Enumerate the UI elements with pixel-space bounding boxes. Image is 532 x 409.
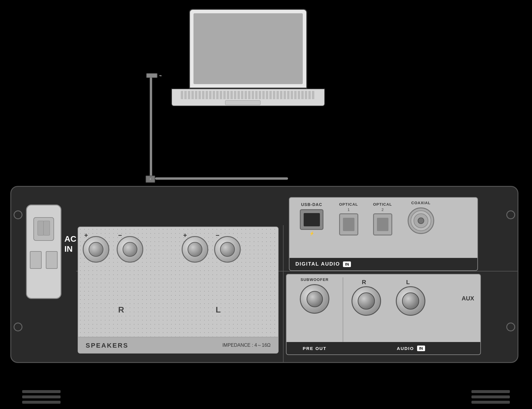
- speaker-r-label: R: [118, 305, 124, 315]
- stripe-line-r-2: [471, 395, 510, 398]
- optical1-area: OPTICAL 1: [334, 202, 363, 235]
- amp-divider-vertical: [283, 225, 284, 362]
- optical1-port: [339, 213, 358, 235]
- usb-cable-vertical: [150, 77, 152, 178]
- stripe-lines-right: [471, 390, 510, 404]
- mount-circle-left-bottom: [14, 323, 22, 331]
- speaker-dotted-bg: + − R + −: [78, 227, 279, 337]
- usb-dac-symbol: ⚡: [294, 231, 329, 236]
- pre-out-text: PRE OUT: [303, 346, 327, 351]
- terminal-plus-l-label: +: [183, 232, 187, 239]
- audio-text: AUDIO: [397, 346, 414, 351]
- usb-plug-bottom: ⚡: [146, 176, 155, 183]
- mount-circle-left-top: [14, 210, 22, 219]
- optical2-port: [373, 213, 392, 235]
- terminal-minus-l-label: −: [216, 232, 219, 239]
- usb-plug-body: [146, 73, 157, 78]
- ac-inlet: [26, 204, 61, 299]
- r-rca-knob-inner: [358, 292, 375, 310]
- scene: ⌁ ⚡: [0, 0, 532, 409]
- stripe-line-r-3: [471, 401, 510, 404]
- digital-audio-text: DIGITAL AUDIO: [295, 261, 340, 267]
- coaxial-label: COAXIAL: [402, 201, 440, 205]
- terminal-minus-r-inner: [123, 242, 137, 257]
- optical1-label: OPTICAL: [334, 202, 363, 207]
- laptop-screen-outer: [189, 9, 307, 89]
- ac-prong-bottom-right: [46, 251, 58, 269]
- optical2-label: OPTICAL: [368, 202, 397, 207]
- optical2-port-inner: [377, 218, 388, 231]
- digital-audio-section: USB-DAC ⚡ OPTICAL 1 OPTICAL 2: [289, 197, 478, 271]
- subwoofer-knob: [300, 284, 329, 314]
- usb-symbol-top: ⌁: [159, 72, 162, 78]
- optical2-area: OPTICAL 2: [368, 202, 397, 235]
- coaxial-ring1: [411, 210, 431, 231]
- digital-audio-label-bar: DIGITAL AUDIO IN: [289, 258, 477, 270]
- coaxial-center: [418, 217, 424, 224]
- optical2-num: 2: [368, 207, 397, 212]
- subwoofer-area: SUBWOOFER: [289, 277, 340, 314]
- usb-dac-port: [300, 209, 323, 230]
- usb-cable-horizontal: [155, 177, 288, 180]
- usb-dac-label: USB-DAC: [294, 202, 329, 207]
- usb-symbol-bottom: ⚡: [149, 177, 151, 181]
- usb-connector-device: ⚡: [146, 176, 155, 183]
- amplifier-body: AC IN IN + −: [10, 186, 518, 363]
- terminal-plus-l-inner: [188, 242, 202, 257]
- audio-in-badge: IN: [417, 346, 425, 351]
- laptop-keys: [181, 91, 315, 99]
- terminal-minus-l-inner: [220, 242, 235, 257]
- laptop-keyboard: [171, 89, 325, 106]
- usb-dac-port-inner: [304, 213, 320, 226]
- terminal-minus-r-label: −: [118, 232, 122, 239]
- terminal-plus-l: [182, 236, 208, 263]
- stripe-lines-left: [22, 390, 61, 404]
- terminal-plus-r-inner: [89, 242, 103, 257]
- ac-prong-bottom-left: [30, 251, 42, 269]
- subwoofer-label: SUBWOOFER: [289, 277, 340, 282]
- terminal-plus-r: [83, 236, 109, 263]
- l-label: L: [406, 279, 410, 286]
- stripe-line-r-1: [471, 390, 510, 393]
- aux-label: AUX: [462, 295, 474, 302]
- speaker-l-label: L: [216, 305, 221, 315]
- mount-circle-right-top: [506, 210, 515, 219]
- mount-circle-right-bottom: [506, 323, 515, 331]
- speakers-label: SPEAKERS: [86, 342, 128, 349]
- laptop-touchpad: [225, 100, 261, 105]
- r-label: R: [362, 279, 366, 286]
- terminal-minus-l: [214, 236, 241, 263]
- usb-dac-area: USB-DAC ⚡: [294, 202, 329, 236]
- laptop-screen: [193, 13, 303, 84]
- laptop-illustration: [171, 9, 325, 121]
- optical1-port-inner: [343, 218, 354, 231]
- analog-section: SUBWOOFER PRE OUT R L AUX: [286, 274, 481, 355]
- optical1-num: 1: [334, 207, 363, 212]
- ac-prong-top-left: [38, 221, 44, 235]
- stripe-line-1: [22, 390, 61, 393]
- terminal-minus-r: [117, 236, 143, 263]
- ac-prong-top: [33, 217, 54, 241]
- audio-in-label-bar: AUDIO IN: [341, 342, 480, 354]
- stripe-line-3: [22, 401, 61, 404]
- stripe-line-2: [22, 395, 61, 398]
- pre-out-label-bar: PRE OUT: [287, 342, 343, 354]
- terminal-plus-r-label: +: [84, 232, 88, 239]
- usb-connector-laptop: ⌁: [146, 72, 162, 78]
- l-rca-knob: [396, 286, 425, 316]
- coaxial-ring2: [414, 213, 428, 228]
- coaxial-port: [408, 207, 434, 234]
- r-rca-knob: [352, 286, 381, 316]
- l-rca-knob-inner: [402, 292, 419, 310]
- speakers-label-bar: SPEAKERS IMPEDANCE : 4～16Ω: [78, 337, 279, 354]
- impedance-label: IMPEDANCE : 4～16Ω: [222, 342, 271, 349]
- subwoofer-knob-inner: [307, 291, 323, 307]
- ac-prong-top-right: [43, 221, 50, 235]
- digital-in-badge: IN: [343, 261, 351, 267]
- speakers-section: + − R + −: [78, 227, 279, 354]
- coaxial-area: COAXIAL: [402, 201, 440, 234]
